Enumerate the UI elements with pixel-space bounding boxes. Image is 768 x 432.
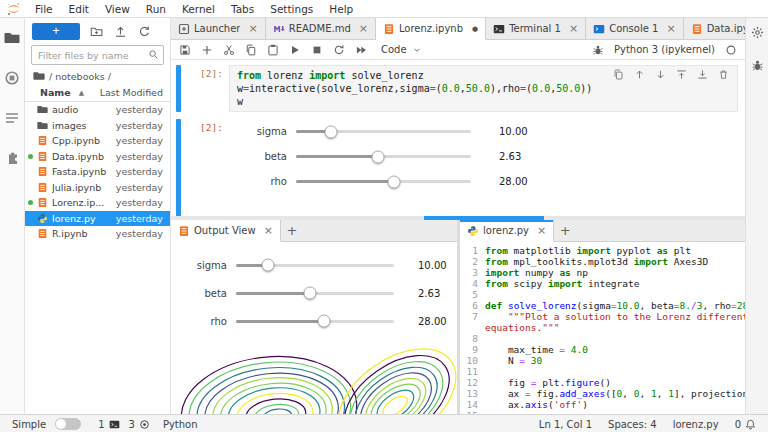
language-indicator[interactable]: Python — [163, 419, 198, 430]
activity-extension-manager[interactable] — [4, 150, 20, 166]
file-name: R.ipynb — [52, 228, 116, 239]
cell-type-dropdown[interactable]: Code — [381, 44, 422, 55]
menu-help[interactable]: Help — [321, 3, 361, 15]
close-icon[interactable]: × — [359, 24, 368, 34]
code-token: scipy — [508, 278, 548, 289]
new-launcher-button[interactable]: + — [32, 23, 80, 40]
editor-line: 11 — [462, 366, 745, 377]
file-row-data-ipynb[interactable]: Data.ipynbyesterday — [25, 149, 170, 165]
save-icon[interactable] — [179, 44, 191, 56]
activity-running-sessions[interactable] — [4, 70, 20, 86]
kernel-name[interactable]: Python 3 (ipykernel) — [614, 44, 715, 55]
cursor-position[interactable]: Ln 1, Col 1 — [539, 419, 592, 430]
plus-icon[interactable] — [201, 44, 213, 56]
file-row-julia-ipynb[interactable]: Julia.ipynbyesterday — [25, 180, 170, 196]
cut-icon[interactable] — [223, 44, 235, 56]
debugger-button[interactable] — [751, 59, 764, 72]
tab-lorenz-ipynb[interactable]: Lorenz.ipynb● — [376, 18, 486, 40]
file-row-cpp-ipynb[interactable]: Cpp.ipynbyesterday — [25, 133, 170, 149]
slider-track[interactable] — [296, 180, 471, 183]
add-tab-button[interactable]: + — [281, 220, 303, 241]
slider-handle[interactable] — [388, 175, 401, 188]
code-token: interactive(solve_lorenz,sigma — [249, 83, 430, 94]
menu-tabs[interactable]: Tabs — [223, 3, 262, 15]
code-token: as — [559, 267, 570, 278]
menu-kernel[interactable]: Kernel — [174, 3, 223, 15]
paste-icon[interactable] — [267, 44, 279, 56]
arrow-down-icon[interactable] — [655, 69, 666, 80]
activity-table-of-contents[interactable] — [4, 110, 20, 126]
tab-output-view[interactable]: Output View × — [171, 220, 281, 242]
activity-file-browser[interactable] — [4, 30, 20, 46]
indent-indicator[interactable]: Spaces: 4 — [608, 419, 657, 430]
restart-icon[interactable] — [333, 44, 345, 56]
slider-track[interactable] — [236, 320, 394, 323]
notifications[interactable]: 0 — [735, 419, 756, 430]
attractor-svg — [171, 335, 457, 414]
file-row-fasta-ipynb[interactable]: Fasta.ipynbyesterday — [25, 164, 170, 180]
file-filter-input[interactable] — [31, 45, 164, 65]
circle-icon[interactable] — [725, 44, 737, 56]
horizontal-split-handle[interactable] — [171, 216, 745, 220]
simple-mode-toggle[interactable] — [55, 418, 81, 430]
property-inspector-button[interactable] — [751, 26, 764, 39]
terminal-count[interactable]: 1 — [98, 419, 119, 430]
upload-icon[interactable] — [114, 25, 127, 38]
duplicate-icon[interactable] — [613, 69, 624, 80]
copy-icon[interactable] — [245, 44, 257, 56]
tab-terminal-1[interactable]: Terminal 1× — [486, 18, 586, 39]
cell-editor[interactable]: from lorenz import solve_lorenzw=interac… — [229, 65, 738, 112]
slider-track[interactable] — [296, 130, 471, 133]
run-icon[interactable] — [289, 44, 301, 56]
file-row-images[interactable]: imagesyesterday — [25, 118, 170, 134]
breadcrumb[interactable]: / notebooks / — [25, 68, 170, 85]
tab-launcher[interactable]: Launcher× — [171, 18, 266, 39]
notebook-hscrollbar-thumb[interactable] — [424, 216, 544, 220]
menu-view[interactable]: View — [97, 3, 138, 15]
code-cell[interactable]: [2]: from lorenz import solve_lorenzw=in… — [176, 65, 741, 112]
insert-above-icon[interactable] — [676, 69, 687, 80]
insert-below-icon[interactable] — [697, 69, 708, 80]
tab-lorenz-py[interactable]: lorenz.py × — [460, 220, 554, 242]
file-list: audioyesterdayimagesyesterdayCpp.ipynbye… — [25, 102, 170, 414]
close-icon[interactable]: × — [537, 226, 546, 236]
refresh-icon[interactable] — [138, 25, 151, 38]
code-editor[interactable]: 1from matplotlib import pyplot as plt2fr… — [460, 242, 745, 414]
slider-handle[interactable] — [261, 259, 274, 272]
menu-settings[interactable]: Settings — [262, 3, 321, 15]
stop-icon[interactable] — [311, 44, 323, 56]
arrow-up-icon[interactable] — [634, 69, 645, 80]
column-name[interactable]: Name — [40, 87, 71, 98]
slider-handle[interactable] — [318, 315, 331, 328]
slider-handle[interactable] — [372, 150, 385, 163]
file-row-lorenz-ip[interactable]: Lorenz.ip...yesterday — [25, 195, 170, 211]
file-row-r-ipynb[interactable]: R.ipynbyesterday — [25, 226, 170, 242]
bug-icon[interactable] — [592, 44, 604, 56]
slider-track[interactable] — [296, 155, 471, 158]
add-tab-button[interactable]: + — [554, 220, 576, 241]
close-icon[interactable]: × — [264, 226, 273, 236]
close-icon[interactable]: × — [666, 24, 675, 34]
fast-forward-icon[interactable] — [355, 44, 367, 56]
slider-track[interactable] — [236, 264, 394, 267]
column-modified[interactable]: Last Modified — [100, 87, 163, 98]
tab-readme-md[interactable]: README.md× — [266, 18, 376, 39]
kernel-count[interactable]: 3 — [129, 419, 150, 430]
code-token: ax — [485, 388, 525, 399]
slider-handle[interactable] — [325, 125, 338, 138]
menu-run[interactable]: Run — [138, 3, 174, 15]
file-row-audio[interactable]: audioyesterday — [25, 102, 170, 118]
file-row-lorenz-py[interactable]: lorenz.pyyesterday — [25, 211, 170, 227]
trash-icon[interactable] — [718, 69, 729, 80]
line-number: 12 — [462, 377, 482, 388]
editor-line: 15 — [462, 410, 745, 414]
slider-track[interactable] — [236, 292, 394, 295]
tab-console-1[interactable]: Console 1× — [586, 18, 683, 39]
menu-file[interactable]: File — [27, 3, 61, 15]
new-folder-icon[interactable] — [90, 25, 103, 38]
close-icon[interactable]: × — [248, 24, 257, 34]
menu-edit[interactable]: Edit — [61, 3, 97, 15]
close-icon[interactable]: × — [569, 24, 578, 34]
slider-handle[interactable] — [304, 287, 317, 300]
slider-label: sigma — [229, 126, 287, 137]
